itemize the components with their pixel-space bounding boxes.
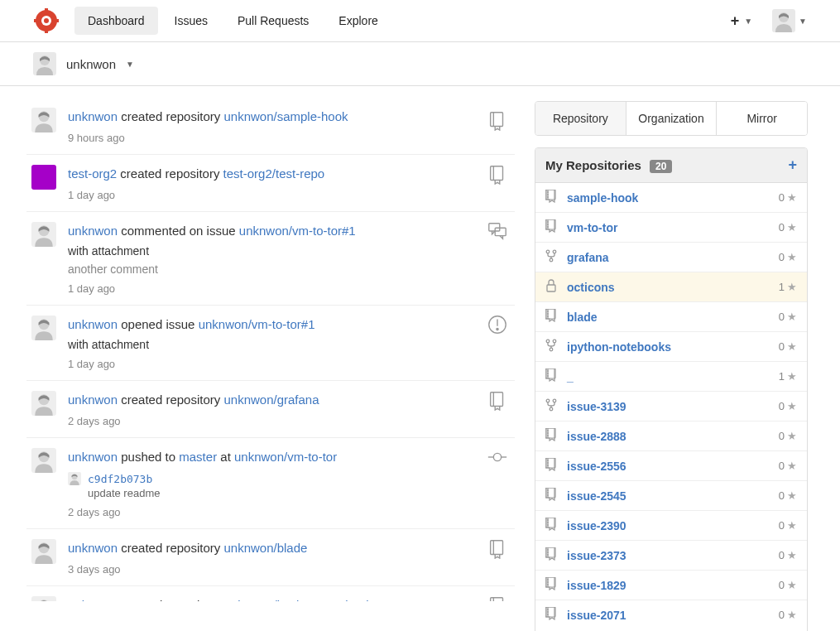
actor-link[interactable]: unknwon <box>68 317 118 331</box>
target-link[interactable]: unknwon/vm-to-tor#1 <box>199 317 315 331</box>
repo-row[interactable]: _1 ★ <box>535 362 807 392</box>
repo-row[interactable]: issue-25560 ★ <box>535 451 807 481</box>
feed-item: unknwon created repository unknwon/sampl… <box>26 101 515 155</box>
feed-item: unknwon pushed to master at unknwon/vm-t… <box>26 438 515 529</box>
create-menu[interactable]: + ▼ <box>731 12 752 30</box>
repo-row[interactable]: issue-18290 ★ <box>535 571 807 600</box>
feed-title: unknwon created repository unknwon/ipyth… <box>68 596 510 601</box>
repo-link[interactable]: vm-to-tor <box>567 221 779 234</box>
avatar <box>33 52 56 75</box>
top-navbar: Dashboard Issues Pull Requests Explore +… <box>0 0 840 42</box>
actor-link[interactable]: unknwon <box>68 109 118 123</box>
svg-point-22 <box>497 328 498 330</box>
caret-down-icon: ▼ <box>744 17 752 26</box>
commit-sha-link[interactable]: c9df2b073b <box>88 473 152 485</box>
repo-type-icon <box>545 428 559 444</box>
star-icon: ★ <box>787 370 797 383</box>
repo-link[interactable]: _ <box>567 370 779 383</box>
repo-row[interactable]: blade0 ★ <box>535 302 807 332</box>
repo-type-icon <box>545 488 559 503</box>
target-link[interactable]: unknwon/vm-to-tor#1 <box>239 224 356 238</box>
target-link[interactable]: unknwon/sample-hook <box>223 109 348 123</box>
svg-rect-10 <box>45 8 48 13</box>
feed-type-icon <box>487 109 508 133</box>
avatar <box>772 9 795 32</box>
repo-link[interactable]: issue-1829 <box>567 579 779 592</box>
tab-mirror[interactable]: Mirror <box>717 102 807 135</box>
target-link[interactable]: unknwon/grafana <box>223 393 319 407</box>
repo-type-icon <box>545 309 559 325</box>
repo-row[interactable]: issue-25450 ★ <box>535 481 807 511</box>
nav-explore[interactable]: Explore <box>325 7 391 35</box>
target-link[interactable]: test-org2/test-repo <box>223 166 325 181</box>
actor-link[interactable]: unknwon <box>68 541 118 555</box>
repo-type-icon <box>545 577 559 593</box>
star-icon: ★ <box>787 400 797 412</box>
repo-type-icon <box>545 398 559 414</box>
repo-stars: 1 ★ <box>779 370 797 383</box>
user-menu[interactable]: ▼ <box>772 9 807 32</box>
nav-pull-requests[interactable]: Pull Requests <box>224 7 322 35</box>
tab-organization[interactable]: Organization <box>626 102 718 135</box>
repo-row[interactable]: issue-31390 ★ <box>535 392 807 421</box>
feed-item: unknwon commented on issue unknwon/vm-to… <box>26 212 515 306</box>
repo-link[interactable]: issue-2888 <box>567 430 779 443</box>
repo-link[interactable]: ipython-notebooks <box>567 340 779 354</box>
repo-link[interactable]: issue-2071 <box>567 609 779 622</box>
nav-issues[interactable]: Issues <box>161 7 221 35</box>
target-link[interactable]: unknwon/blade <box>223 541 307 555</box>
actor-link[interactable]: unknwon <box>68 224 118 238</box>
repo-stars: 0 ★ <box>779 251 797 263</box>
svg-rect-16 <box>491 166 503 181</box>
tab-repository[interactable]: Repository <box>535 102 626 135</box>
repo-link[interactable]: octicons <box>567 281 779 294</box>
context-username[interactable]: unknwon <box>66 57 116 71</box>
repo-link[interactable]: issue-2556 <box>567 460 779 473</box>
repo-link[interactable]: grafana <box>567 251 779 264</box>
repo-row[interactable]: issue-23730 ★ <box>535 541 807 571</box>
repo-stars: 0 ★ <box>779 221 797 234</box>
star-icon: ★ <box>787 460 797 472</box>
repo-row[interactable]: sample-hook0 ★ <box>535 183 807 213</box>
svg-point-9 <box>44 18 49 23</box>
svg-rect-14 <box>491 113 503 127</box>
target-link[interactable]: unknwon/ipython-notebooks <box>223 598 378 601</box>
feed-type-icon <box>487 314 508 338</box>
feed-title: test-org2 created repository test-org2/t… <box>68 165 510 182</box>
actor-link[interactable]: unknwon <box>68 598 118 601</box>
repo-type-icon <box>545 368 559 384</box>
feed-time: 2 days ago <box>68 506 510 518</box>
repo-link[interactable]: issue-2373 <box>567 549 779 562</box>
repo-link[interactable]: issue-2390 <box>567 519 779 532</box>
repo-row[interactable]: grafana0 ★ <box>535 243 807 272</box>
logo-icon[interactable] <box>33 7 60 34</box>
actor-link[interactable]: unknwon <box>68 450 118 464</box>
branch-link[interactable]: master <box>179 450 217 464</box>
feed-item: unknwon created repository unknwon/blade… <box>26 529 515 586</box>
activity-feed: unknwon created repository unknwon/sampl… <box>26 101 515 631</box>
repo-link[interactable]: sample-hook <box>567 191 779 205</box>
nav-dashboard[interactable]: Dashboard <box>74 7 158 35</box>
repo-stars: 0 ★ <box>779 191 797 204</box>
repo-link[interactable]: issue-2545 <box>567 489 779 503</box>
svg-rect-23 <box>491 393 503 407</box>
repo-row[interactable]: ipython-notebooks0 ★ <box>535 332 807 362</box>
actor-link[interactable]: test-org2 <box>68 166 117 181</box>
feed-time: 9 hours ago <box>68 132 510 144</box>
add-repo-button[interactable]: + <box>788 157 797 174</box>
caret-down-icon[interactable]: ▼ <box>126 60 134 69</box>
target-link[interactable]: unknwon/vm-to-tor <box>234 450 337 464</box>
repo-stars: 0 ★ <box>779 549 797 561</box>
repo-row[interactable]: issue-23900 ★ <box>535 511 807 541</box>
repo-link[interactable]: blade <box>567 311 779 324</box>
actor-link[interactable]: unknwon <box>68 393 118 407</box>
repo-row[interactable]: issue-20710 ★ <box>535 600 807 629</box>
svg-rect-30 <box>491 598 503 601</box>
repo-link[interactable]: issue-3139 <box>567 400 779 413</box>
feed-type-icon <box>487 446 508 470</box>
star-icon: ★ <box>787 340 797 353</box>
repo-row[interactable]: issue-28880 ★ <box>535 421 807 451</box>
repo-row[interactable]: octicons1 ★ <box>535 272 807 302</box>
repo-row[interactable]: vm-to-tor0 ★ <box>535 213 807 243</box>
repo-type-icon <box>545 518 559 533</box>
